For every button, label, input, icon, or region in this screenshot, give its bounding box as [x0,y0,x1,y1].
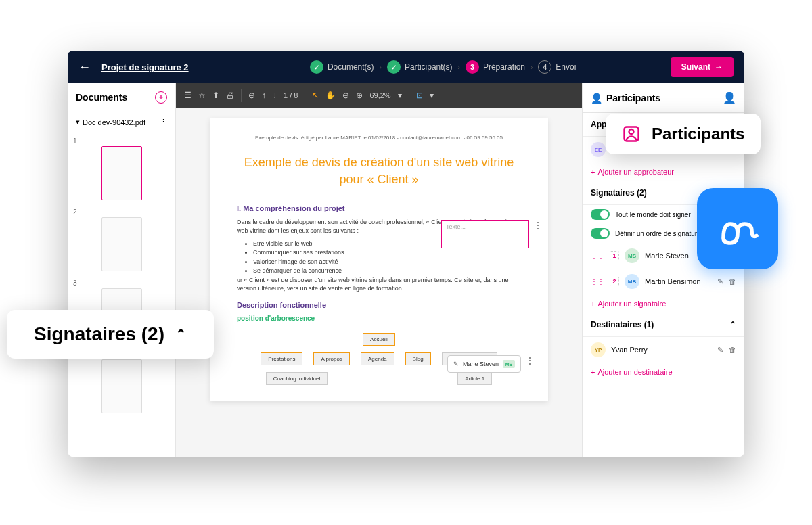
thumbnail[interactable]: 4 [73,350,170,413]
next-button[interactable]: Suivant → [671,57,734,77]
back-arrow-icon[interactable]: ← [78,60,91,74]
toggle[interactable] [591,228,610,239]
upload-icon[interactable]: ⬆ [212,91,219,100]
thumbnail[interactable]: 2 [73,208,170,271]
check-icon: ✓ [387,60,401,74]
zoom-level[interactable]: 69,2% [369,91,390,99]
signer-row: ⋮⋮ 2 MB Martin Bensimon ✎🗑 [583,269,744,294]
callout-label: Signataires (2) [34,323,164,345]
zoom-out-icon[interactable]: ⊖ [248,91,255,100]
add-recipient-link[interactable]: + Ajouter un destinataire [583,363,744,382]
participants-icon: 👤 [591,93,602,104]
edit-icon[interactable]: ✎ [717,346,723,355]
avatar: MB [625,274,639,289]
field-menu-icon[interactable]: ⋮ [533,220,543,231]
svg-point-1 [629,129,634,134]
drag-handle-icon[interactable]: ⋮⋮ [591,252,604,260]
chevron-up-icon: ⌃ [729,320,736,329]
document-viewer: ☰ ☆ ⬆ 🖨 ⊖ ↑ ↓ 1 / 8 ↖ ✋ ⊖ ⊕ 69,2% ▾ [176,83,582,457]
add-participant-icon[interactable]: 👤 [723,91,736,104]
doc-heading: Description fonctionnelle [237,301,521,309]
doc-paragraph: ur « Client » est de disposer d'un site … [237,276,521,293]
menu-icon[interactable]: ☰ [184,91,191,100]
app-window: ← Projet de signature 2 ✓ Document(s) › … [68,51,744,457]
avatar: YP [591,342,606,357]
callout-label: Participants [652,124,744,143]
thumbnails: 1 2 3 4 [68,132,175,457]
toggle[interactable] [591,209,610,220]
page-up-icon[interactable]: ↑ [262,91,266,100]
plus-icon: + [591,300,595,308]
add-signer-link[interactable]: + Ajouter un signataire [583,294,744,313]
page-down-icon[interactable]: ↓ [273,91,277,100]
check-icon: ✓ [310,60,323,74]
recipient-row: YP Yvan Perry ✎🗑 [583,337,744,363]
step-number: 4 [538,60,551,74]
plus-icon: + [591,368,595,376]
chevron-down-icon[interactable]: ▾ [398,91,402,100]
top-header: ← Projet de signature 2 ✓ Document(s) › … [68,51,744,83]
step-participants[interactable]: ✓ Participant(s) [387,60,453,74]
text-field-overlay[interactable]: Texte... [441,220,529,248]
chevron-right-icon: › [380,64,382,71]
pdf-toolbar: ☰ ☆ ⬆ 🖨 ⊖ ↑ ↓ 1 / 8 ↖ ✋ ⊖ ⊕ 69,2% ▾ [176,83,582,108]
document-page: Exemple de devis rédigé par Laure MARIET… [210,118,548,401]
chevron-up-icon: ⌃ [175,326,187,342]
step-preparation[interactable]: 3 Préparation [466,60,525,74]
doc-title: Exemple de devis de création d'un site w… [237,154,521,188]
step-number: 3 [466,60,479,74]
more-icon[interactable]: ⋮ [160,118,167,127]
person-icon [622,124,641,143]
documents-panel: Documents + ▾ Doc dev-90432.pdf ⋮ 1 2 3 … [68,83,176,457]
project-title[interactable]: Projet de signature 2 [102,62,189,72]
edit-icon[interactable]: ✎ [717,277,723,286]
page-indicator: 1 / 8 [284,91,298,99]
thumbnail[interactable]: 1 [73,137,170,200]
avatar: MS [625,248,639,263]
arrow-right-icon: → [715,62,723,72]
participants-header: 👤 Participants 👤 [583,83,744,113]
callout-signers: Signataires (2) ⌃ [7,310,214,359]
hand-icon[interactable]: ✋ [325,91,336,100]
doc-subheading: position d'arborescence [237,315,521,322]
signature-icon: ✎ [453,361,459,367]
app-logo-icon [697,188,778,269]
drag-handle-icon[interactable]: ⋮⋮ [591,278,604,286]
cursor-icon[interactable]: ↖ [312,91,319,100]
chevron-right-icon: › [458,64,460,71]
signature-field[interactable]: ✎ Marie Steven MS [447,355,521,373]
zoom-in-icon[interactable]: ⊕ [356,91,363,100]
recipients-section[interactable]: Destinataires (1) ⌃ [583,313,744,337]
chevron-down-icon: ▾ [76,118,80,127]
star-icon[interactable]: ☆ [198,91,206,100]
step-send[interactable]: 4 Envoi [538,60,576,74]
chevron-right-icon: › [531,64,533,71]
zoom-out-icon[interactable]: ⊖ [342,91,349,100]
add-approver-link[interactable]: + Ajouter un approbateur [583,162,744,181]
avatar: EE [591,142,606,157]
chevron-down-icon[interactable]: ▾ [430,91,434,100]
stepper: ✓ Document(s) › ✓ Participant(s) › 3 Pré… [216,60,671,74]
callout-participants: Participants [606,114,761,154]
delete-icon[interactable]: 🗑 [729,277,736,286]
doc-metadata: Exemple de devis rédigé par Laure MARIET… [237,135,521,141]
add-document-button[interactable]: + [155,91,167,104]
documents-title: Documents [76,92,127,103]
plus-icon: + [591,168,595,176]
doc-heading: I. Ma compréhension du projet [237,204,521,212]
fit-icon[interactable]: ⊡ [416,91,423,100]
step-documents[interactable]: ✓ Document(s) [310,60,374,74]
print-icon[interactable]: 🖨 [226,91,234,100]
documents-header: Documents + [68,83,175,112]
field-menu-icon[interactable]: ⋮ [525,355,535,366]
document-item[interactable]: ▾ Doc dev-90432.pdf ⋮ [68,112,175,132]
delete-icon[interactable]: 🗑 [729,346,736,355]
